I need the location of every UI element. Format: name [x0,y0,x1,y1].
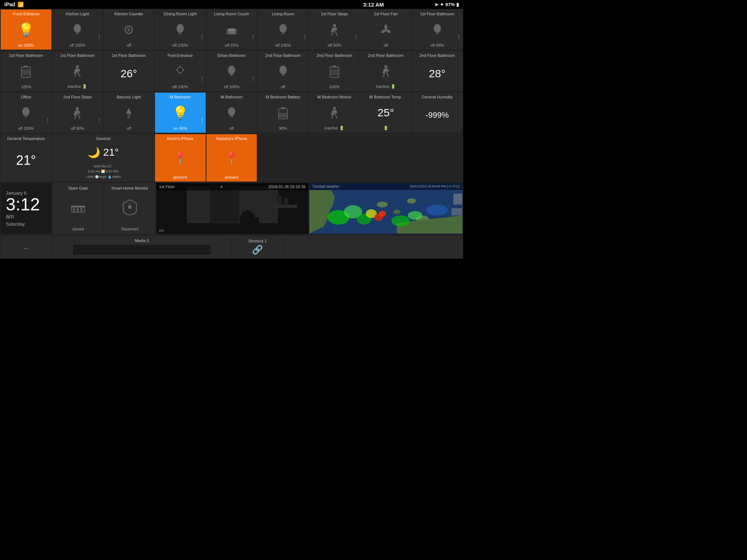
taskbar-shortcut1[interactable]: Shortcut 1 🔗 [232,236,283,258]
tile-ethan-bedroom[interactable]: Ethan Bedroom off 100% ⋮ [206,51,257,91]
tile-1st-floor-steps[interactable]: 1st Floor Steps off 50% ⋮ [309,9,360,50]
tile-icon-ethan-bedroom [225,58,238,85]
tile-status-1st-floor-fan: off [362,43,410,47]
camera-tile[interactable]: 1st Floor ≡ 2018-01-06 03:18:35 [156,183,309,234]
svg-rect-25 [22,69,30,75]
status-right: ➤ ✦ 97% ▮ [434,2,459,7]
tile-general-weather[interactable]: General 🌙 21° feels like 21° 6:25 AM 🌅 5… [52,134,154,182]
shortcut1-label: Shortcut 1 [248,239,267,243]
tile-icon-pool-entrance [174,58,187,85]
tile-status-1st-floor-steps: off 50% [310,43,358,47]
tile-living-room-couch[interactable]: Living Room Couch off 25% ⋮ [206,9,257,50]
tile-1st-floor-bathroom[interactable]: 1st Floor Bathroom off 99% ⋮ [412,9,462,50]
svg-point-35 [279,66,287,74]
svg-rect-39 [333,66,336,67]
tile-icon-2nd-floor-steps [71,100,84,126]
tile-menu-pool-entrance[interactable]: ⋮ [200,76,205,81]
tile-status-m-bedroom-motion: inactive 🔋 [310,126,358,131]
svg-point-27 [177,67,183,73]
tile-front-entrance[interactable]: Front Entrance 💡 on 100% [1,9,51,50]
svg-rect-11 [228,28,235,31]
svg-point-74 [377,202,388,207]
tile-title-living-room: Living Room [259,12,307,16]
tile-menu-1st-floor-steps[interactable]: ⋮ [353,34,359,39]
tile-status-1st-bath-motion: inactive 🔋 [54,84,101,89]
tile-natashas-iphone[interactable]: Natasha's iPhone 📍 present [206,134,257,182]
tile-menu-dining-room-light[interactable]: ⋮ [200,34,205,39]
tile-2nd-bath-temp[interactable]: 2nd Floor Bathroom 28° [412,51,462,91]
tile-general-humidity[interactable]: General Humidity -999% [412,93,462,133]
taskbar-dots[interactable]: ... [1,236,52,258]
tile-living-room[interactable]: Living Room off 100% ⋮ [258,9,308,50]
tile-title-m-bedroom-motion: M Bedroom Motion [310,95,358,100]
bottom-section: January 6 3:12 am Saturday Open Gate clo… [0,182,463,235]
tile-empty-2 [309,134,360,182]
tile-menu-living-room-couch[interactable]: ⋮ [251,34,256,39]
tile-icon-1st-floor-steps [328,16,341,43]
clock-ampm: am [6,213,14,220]
tile-status-1st-bath-battery: 100% [2,85,50,89]
svg-point-48 [228,107,235,116]
svg-rect-40 [331,69,338,75]
tile-status-kevins-iphone: present [156,175,204,179]
status-bar: iPad 📶 3:12 AM ➤ ✦ 97% ▮ [0,0,463,9]
svg-rect-87 [453,194,462,205]
camera-timestamp: 2018-01-06 03:18:35 [268,184,306,189]
tile-icon-2nd-bath-light [276,58,290,85]
tile-menu-ethan-bedroom[interactable]: ⋮ [251,76,256,81]
svg-rect-58 [77,208,79,211]
status-time: 3:12 AM [363,1,384,8]
tile-kitchen-counter[interactable]: Kitchen Counter off [104,9,154,50]
tile-title-general-weather: General [54,136,153,141]
tile-2nd-floor-steps[interactable]: 2nd Floor Steps off 50% ⋮ [52,93,103,133]
tile-title-office: Office [2,95,50,100]
tile-1st-bath-motion[interactable]: 1st Floor Bathroom inactive 🔋 [52,51,103,91]
tile-title-general-temp: General Temperature [2,136,50,141]
tile-icon-1st-floor-fan [379,16,392,43]
tile-menu-kitchen-light[interactable]: ⋮ [97,34,102,39]
status-left: iPad 📶 [4,1,24,7]
taskbar-media5[interactable]: Media 5 [53,236,231,258]
tile-title-1st-bath-motion: 1st Floor Bathroom [54,53,101,58]
tile-dining-room-light[interactable]: Dining Room Light off 100% ⋮ [155,9,206,50]
tile-1st-bath-battery[interactable]: 1st Floor Bathroom 100% [1,51,51,91]
tile-balcony-light[interactable]: Balcony Light off [104,93,154,133]
tile-icon-m-bedroom: 💡 [172,100,189,126]
tile-m-bedroom[interactable]: M Bedroom 💡 on 30% ⋮ [155,93,206,133]
tile-icon-2nd-bath-temp: 28° [429,58,445,89]
temp-2nd-bath: 28° [429,67,445,80]
moon-icon: 🌙 [88,147,100,159]
tile-m-bedroom-battery[interactable]: M Bedroom Battery 90% [258,93,308,133]
tile-status-living-room-couch: off 25% [208,43,256,47]
svg-rect-2 [76,34,79,34]
tile-1st-bath-temp[interactable]: 1st Floor Bathroom 26° [104,51,154,91]
tile-2nd-bath-battery[interactable]: 2nd Floor Bathroom 100% [309,51,360,91]
tile-2nd-bath-motion[interactable]: 2nd Floor Bathroom inactive 🔋 [360,51,411,91]
tile-title-smart-home: Smart Home Monitor [111,186,148,190]
tile-pool-entrance[interactable]: Pool Entrance off 100% ⋮ [155,51,206,91]
tile-icon-dining-room-light [174,16,187,43]
tile-general-temp[interactable]: General Temperature 21° [1,134,51,182]
tile-m-bedroom-temp[interactable]: M Bedroom Temp. 25° 🔋 [360,93,411,133]
weather-subtitle: 05/01/2018 10:00:00 PM (-4 UTC) [410,184,460,188]
location-icon: ➤ [434,2,438,7]
tile-kitchen-light[interactable]: Kitchen Light off 100% ⋮ [52,9,103,50]
tile-title-dining-room-light: Dining Room Light [156,12,204,16]
weather-tile[interactable]: Trinidad weather 05/01/2018 10:00:00 PM … [309,183,462,234]
tile-m-bedroom-motion[interactable]: M Bedroom Motion inactive 🔋 [309,93,360,133]
tile-menu-m-bedroom[interactable]: ⋮ [200,117,205,122]
tile-status-2nd-floor-steps: off 50% [54,126,101,131]
tile-2nd-bath-light[interactable]: 2nd Floor Bathroom off [258,51,308,91]
svg-rect-33 [230,74,233,75]
tile-menu-office[interactable]: ⋮ [45,117,50,122]
tile-smart-home-monitor[interactable]: Smart Home Monitor Disarmed [104,183,155,234]
tile-office[interactable]: Office off 100% ⋮ [1,93,51,133]
tile-open-gate[interactable]: Open Gate closed [53,183,104,234]
tile-1st-floor-fan[interactable]: 1st Floor Fan off [360,9,411,50]
tile-menu-1st-floor-bathroom[interactable]: ⋮ [456,34,461,39]
tile-m-bathroom[interactable]: M Bathroom off [206,93,257,133]
tile-menu-2nd-floor-steps[interactable]: ⋮ [97,117,102,122]
tile-menu-living-room[interactable]: ⋮ [302,34,307,39]
clock-time-display: 3:12 [6,196,40,213]
tile-kevins-iphone[interactable]: Kevin's iPhone 📍 present [155,134,206,182]
